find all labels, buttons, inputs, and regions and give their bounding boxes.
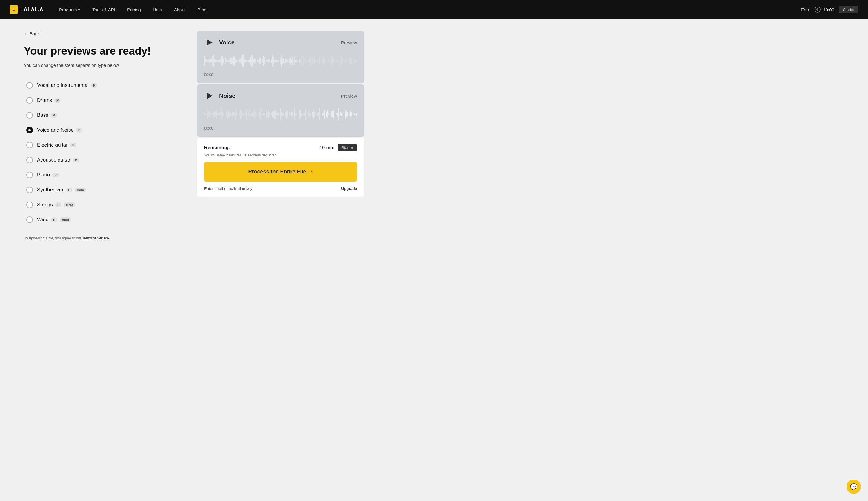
voice-play-button[interactable] [204, 37, 215, 48]
radio-bass[interactable] [26, 112, 33, 118]
back-link[interactable]: ← Back [24, 31, 179, 36]
nav-pricing[interactable]: Pricing [122, 5, 146, 15]
timer-icon: ⏱ [815, 7, 821, 12]
option-synthesizer[interactable]: Synthesizer P Beta [24, 183, 179, 197]
pro-badge: P [52, 173, 58, 177]
pro-badge: P [51, 113, 57, 118]
left-panel: ← Back Your previews are ready! You can … [24, 31, 179, 489]
option-label-drums: Drums P [37, 97, 61, 103]
radio-voice-noise[interactable] [26, 127, 33, 134]
radio-strings[interactable] [26, 202, 33, 208]
nav-right: En ▾ ⏱ 10:00 Starter [801, 6, 858, 13]
noise-title-area: Noise [204, 90, 235, 101]
pro-badge: P [91, 83, 97, 88]
chevron-down-icon: ▾ [78, 7, 80, 12]
beta-badge: Beta [60, 217, 71, 222]
play-icon [207, 39, 213, 46]
activation-row: Enter another activation key Upgrade [204, 186, 357, 191]
voice-preview-label[interactable]: Preview [341, 40, 357, 45]
option-label-acoustic-guitar: Acoustic guitar P [37, 157, 79, 163]
beta-badge: Beta [64, 202, 75, 207]
option-label-wind: Wind P Beta [37, 217, 71, 223]
logo-text: LALAL.AI [20, 7, 45, 13]
remaining-label: Remaining: [204, 145, 230, 150]
radio-electric-guitar[interactable] [26, 142, 33, 148]
pro-badge: P [54, 98, 61, 103]
pro-badge: P [73, 158, 79, 162]
option-label-piano: Piano P [37, 172, 59, 178]
option-drums[interactable]: Drums P [24, 94, 179, 107]
radio-vocal-instrumental[interactable] [26, 82, 33, 89]
voice-track-card: Voice Preview 00:00 [197, 31, 364, 83]
remaining-note: You will have 2 minutes 51 seconds deduc… [204, 153, 357, 157]
play-icon [207, 93, 213, 99]
radio-acoustic-guitar[interactable] [26, 157, 33, 163]
radio-drums[interactable] [26, 97, 33, 104]
voice-track-name: Voice [219, 39, 235, 46]
option-label-bass: Bass P [37, 112, 57, 118]
page-title: Your previews are ready! [24, 44, 179, 57]
beta-badge: Beta [75, 188, 86, 192]
voice-track-header: Voice Preview [204, 37, 357, 48]
radio-synthesizer[interactable] [26, 186, 33, 193]
option-label-strings: Strings P Beta [37, 202, 75, 208]
pro-badge: P [51, 217, 57, 222]
nav-about[interactable]: About [169, 5, 191, 15]
remaining-time: 10 min [319, 145, 335, 150]
noise-track-card: Noise Preview 00:00 [197, 85, 364, 137]
nav-products[interactable]: Products ▾ [54, 4, 85, 15]
option-label-synthesizer: Synthesizer P Beta [37, 187, 86, 193]
option-piano[interactable]: Piano P [24, 168, 179, 182]
remaining-row: Remaining: 10 min Starter [204, 144, 357, 151]
nav-tools[interactable]: Tools & API [87, 5, 120, 15]
chevron-down-icon: ▾ [807, 7, 810, 12]
activation-key-text[interactable]: Enter another activation key [204, 186, 252, 191]
voice-title-area: Voice [204, 37, 235, 48]
nav-help[interactable]: Help [148, 5, 167, 15]
radio-wind[interactable] [26, 216, 33, 223]
support-icon: 💬 [850, 483, 858, 490]
option-label-vocal-instrumental: Vocal and Instrumental P [37, 82, 97, 88]
pro-badge: P [66, 188, 72, 192]
option-electric-guitar[interactable]: Electric guitar P [24, 138, 179, 152]
right-panel: Voice Preview 00:00 Noise Preview 00:00 [197, 31, 364, 489]
logo[interactable]: L LALAL.AI [10, 6, 45, 14]
plan-badge: Starter [839, 6, 858, 13]
navbar: L LALAL.AI Products ▾ Tools & API Pricin… [0, 0, 868, 19]
noise-track-header: Noise Preview [204, 90, 357, 101]
timer-badge: ⏱ 10:00 [815, 7, 834, 12]
option-bass[interactable]: Bass P [24, 108, 179, 122]
logo-icon: L [10, 6, 18, 14]
option-acoustic-guitar[interactable]: Acoustic guitar P [24, 153, 179, 167]
process-section: Remaining: 10 min Starter You will have … [197, 138, 364, 197]
option-list: Vocal and Instrumental P Drums P Bass P [24, 78, 179, 227]
voice-timestamp: 00:00 [204, 73, 213, 77]
terms-text: By uploading a file, you agree to our Te… [24, 236, 179, 240]
pro-badge: P [76, 128, 83, 132]
nav-links: Products ▾ Tools & API Pricing Help Abou… [54, 4, 791, 15]
terms-link[interactable]: Terms of Service [82, 236, 109, 240]
radio-piano[interactable] [26, 172, 33, 178]
language-selector[interactable]: En ▾ [801, 7, 810, 12]
option-wind[interactable]: Wind P Beta [24, 213, 179, 227]
option-voice-noise[interactable]: Voice and Noise P [24, 123, 179, 137]
option-strings[interactable]: Strings P Beta [24, 198, 179, 212]
support-button[interactable]: 💬 [847, 480, 861, 494]
nav-blog[interactable]: Blog [193, 5, 211, 15]
pro-badge: P [70, 143, 76, 148]
noise-preview-label[interactable]: Preview [341, 94, 357, 98]
process-button[interactable]: Process the Entire File → [204, 162, 357, 182]
pro-badge: P [55, 202, 62, 207]
option-label-electric-guitar: Electric guitar P [37, 142, 76, 148]
main-content: ← Back Your previews are ready! You can … [0, 19, 868, 501]
timer-value: 10:00 [823, 7, 834, 12]
noise-timestamp: 00:00 [204, 126, 213, 130]
upgrade-link[interactable]: Upgrade [341, 186, 357, 191]
noise-play-button[interactable] [204, 90, 215, 101]
noise-waveform [204, 106, 357, 122]
back-arrow: ← Back [24, 31, 40, 36]
remaining-plan-badge: Starter [338, 144, 357, 151]
option-vocal-instrumental[interactable]: Vocal and Instrumental P [24, 78, 179, 92]
voice-waveform [204, 53, 357, 69]
remaining-right: 10 min Starter [319, 144, 357, 151]
